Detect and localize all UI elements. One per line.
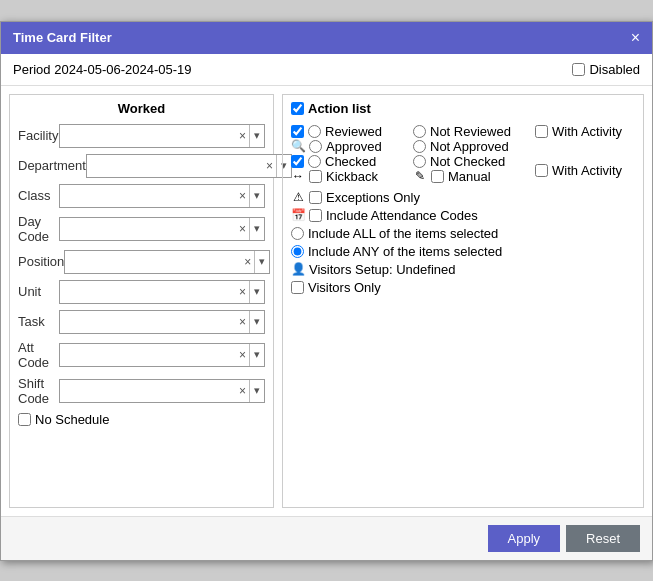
manual-checkbox[interactable] (431, 170, 444, 183)
shiftcode-input[interactable] (60, 383, 236, 398)
unit-row: Unit × ▾ (18, 280, 265, 304)
position-input[interactable] (65, 254, 241, 269)
attcode-clear[interactable]: × (236, 348, 249, 362)
apply-button[interactable]: Apply (488, 525, 561, 552)
daycode-dropdown[interactable]: ▾ (249, 218, 264, 240)
unit-dropdown[interactable]: ▾ (249, 281, 264, 303)
approved-row: 🔍 Approved (291, 139, 407, 154)
reviewed-label: Reviewed (325, 124, 382, 139)
include-any-label: Include ANY of the items selected (308, 244, 502, 259)
edit-icon: ✎ (413, 169, 427, 183)
warning-icon: ⚠ (291, 190, 305, 204)
approved-radio[interactable] (309, 140, 322, 153)
reviewed-checkbox[interactable] (291, 125, 304, 138)
daycode-clear[interactable]: × (236, 222, 249, 236)
kickback-checkbox[interactable] (309, 170, 322, 183)
include-attendance-checkbox[interactable] (309, 209, 322, 222)
class-label: Class (18, 188, 59, 203)
col-with-activity: With Activity With Activity (535, 124, 635, 184)
visitors-setup-label: Visitors Setup: Undefined (309, 262, 455, 277)
department-clear[interactable]: × (263, 159, 276, 173)
position-clear[interactable]: × (241, 255, 254, 269)
not-approved-row: Not Approved (413, 139, 529, 154)
left-panel: Worked Facility × ▾ Department × ▾ (9, 94, 274, 508)
dialog-header: Time Card Filter × (1, 22, 652, 54)
include-all-row: Include ALL of the items selected (291, 226, 635, 241)
not-approved-radio[interactable] (413, 140, 426, 153)
no-schedule-row: No Schedule (18, 412, 265, 427)
with-activity-2-label: With Activity (552, 163, 622, 178)
no-schedule-checkbox[interactable] (18, 413, 31, 426)
not-reviewed-radio[interactable] (413, 125, 426, 138)
include-all-label: Include ALL of the items selected (308, 226, 498, 241)
not-checked-row: Not Checked (413, 154, 529, 169)
not-approved-label: Not Approved (430, 139, 509, 154)
checked-row: Checked (291, 154, 407, 169)
unit-input-wrap: × ▾ (59, 280, 265, 304)
not-reviewed-label: Not Reviewed (430, 124, 511, 139)
class-row: Class × ▾ (18, 184, 265, 208)
dialog: Time Card Filter × Period 2024-05-06-202… (0, 21, 653, 561)
not-checked-radio[interactable] (413, 155, 426, 168)
footer: Apply Reset (1, 516, 652, 560)
reset-button[interactable]: Reset (566, 525, 640, 552)
dialog-title: Time Card Filter (13, 30, 112, 45)
with-activity-2-row: With Activity (535, 163, 635, 178)
department-row: Department × ▾ (18, 154, 265, 178)
facility-row: Facility × ▾ (18, 124, 265, 148)
task-dropdown[interactable]: ▾ (249, 311, 264, 333)
task-clear[interactable]: × (236, 315, 249, 329)
checked-label: Checked (325, 154, 376, 169)
reviewed-radio[interactable] (308, 125, 321, 138)
reviewed-row: Reviewed (291, 124, 407, 139)
class-dropdown[interactable]: ▾ (249, 185, 264, 207)
include-all-radio[interactable] (291, 227, 304, 240)
position-label: Position (18, 254, 64, 269)
position-dropdown[interactable]: ▾ (254, 251, 269, 273)
visitors-only-checkbox[interactable] (291, 281, 304, 294)
class-input[interactable] (60, 188, 236, 203)
action-list-title: Action list (291, 101, 635, 116)
manual-row: ✎ Manual (413, 169, 529, 184)
daycode-input[interactable] (60, 221, 236, 236)
task-input[interactable] (60, 314, 236, 329)
class-clear[interactable]: × (236, 189, 249, 203)
shiftcode-dropdown[interactable]: ▾ (249, 380, 264, 402)
calendar-icon: 📅 (291, 208, 305, 222)
unit-input[interactable] (60, 284, 236, 299)
facility-input[interactable] (60, 128, 236, 143)
task-label: Task (18, 314, 59, 329)
close-button[interactable]: × (631, 30, 640, 46)
period-row: Period 2024-05-06-2024-05-19 Disabled (1, 54, 652, 86)
unit-clear[interactable]: × (236, 285, 249, 299)
disabled-checkbox[interactable] (572, 63, 585, 76)
visitors-only-row: Visitors Only (291, 280, 635, 295)
not-reviewed-row: Not Reviewed (413, 124, 529, 139)
facility-label: Facility (18, 128, 59, 143)
attcode-dropdown[interactable]: ▾ (249, 344, 264, 366)
action-list-label: Action list (308, 101, 371, 116)
daycode-label: Day Code (18, 214, 59, 244)
attcode-input[interactable] (60, 347, 236, 362)
department-label: Department (18, 158, 86, 173)
include-any-radio[interactable] (291, 245, 304, 258)
include-attendance-label: Include Attendance Codes (326, 208, 478, 223)
with-activity-2-checkbox[interactable] (535, 164, 548, 177)
exceptions-only-checkbox[interactable] (309, 191, 322, 204)
with-activity-1-row: With Activity (535, 124, 635, 139)
attcode-label: Att Code (18, 340, 59, 370)
facility-dropdown[interactable]: ▾ (249, 125, 264, 147)
task-row: Task × ▾ (18, 310, 265, 334)
shiftcode-clear[interactable]: × (236, 384, 249, 398)
col-right-checks: Not Reviewed Not Approved Not Checked ✎ … (413, 124, 529, 184)
checked-radio[interactable] (308, 155, 321, 168)
facility-clear[interactable]: × (236, 129, 249, 143)
department-input[interactable] (87, 158, 263, 173)
content-area: Worked Facility × ▾ Department × ▾ (1, 86, 652, 516)
with-activity-1-label: With Activity (552, 124, 622, 139)
with-activity-1-checkbox[interactable] (535, 125, 548, 138)
section-divider: ⚠ Exceptions Only 📅 Include Attendance C… (291, 190, 635, 295)
daycode-row: Day Code × ▾ (18, 214, 265, 244)
action-list-checkbox[interactable] (291, 102, 304, 115)
checked-checkbox[interactable] (291, 155, 304, 168)
